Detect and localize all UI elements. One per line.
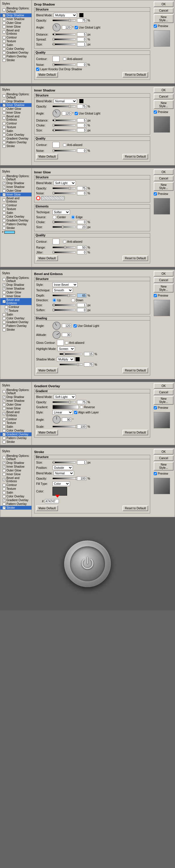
cb-bevel-emboss-5[interactable]: [3, 412, 5, 415]
checkbox-inner-glow[interactable]: [3, 25, 5, 28]
cb-contour-5[interactable]: [3, 418, 5, 421]
reverse-checkbox-5[interactable]: [80, 406, 83, 409]
sidebar-item-texture-5[interactable]: Texture: [0, 421, 31, 425]
sidebar-item-satin-2[interactable]: Satin: [0, 129, 31, 133]
sidebar-item-outer-glow-2[interactable]: Outer Glow: [0, 107, 31, 111]
size-field-4[interactable]: [77, 303, 86, 307]
color-picker-circle[interactable]: [36, 196, 40, 200]
soften-slider-4[interactable]: [53, 309, 76, 311]
sidebar-item-stroke-3[interactable]: Stroke: [0, 226, 31, 230]
noise-slider-2[interactable]: [53, 150, 76, 152]
sidebar-item-pattern-overlay[interactable]: Pattern Overlay: [0, 55, 31, 58]
range-field-3[interactable]: [77, 245, 86, 249]
soften-field-4[interactable]: [77, 308, 86, 312]
checkbox-stroke[interactable]: [3, 59, 5, 62]
contour-thumb-2[interactable]: [53, 142, 59, 148]
cb-inner-shadow-5[interactable]: [3, 400, 5, 402]
contour-thumb-3[interactable]: [53, 239, 59, 244]
cb-outer-glow-4[interactable]: [3, 291, 5, 294]
sidebar-item-inner-glow-6[interactable]: Inner Glow: [0, 472, 31, 476]
cb-contour-4[interactable]: [5, 306, 8, 309]
sidebar-item-contour-5[interactable]: Contour: [0, 417, 31, 421]
scale-field-5[interactable]: [77, 425, 86, 429]
sidebar-item-color-overlay-3[interactable]: Color Overlay: [0, 215, 31, 219]
sidebar-item-color-overlay-2[interactable]: Color Overlay: [0, 133, 31, 137]
reset-default-button-2[interactable]: Reset to Default: [122, 154, 148, 159]
cb-outer-glow-5[interactable]: [3, 403, 5, 406]
size-slider-2[interactable]: [53, 129, 76, 131]
scale-slider-5[interactable]: [53, 426, 76, 428]
reset-default-button-3[interactable]: Reset to Default: [122, 255, 148, 261]
sidebar-item-drop-shadow[interactable]: Drop Shadow: [0, 13, 31, 17]
ok-button-3[interactable]: OK: [154, 169, 174, 175]
preview-checkbox[interactable]: [154, 25, 157, 28]
sidebar-item-contour-4[interactable]: Contour: [0, 305, 31, 309]
make-default-button-2[interactable]: Make Default: [36, 154, 58, 159]
sidebar-item-pattern-overlay-5[interactable]: Pattern Overlay: [0, 436, 31, 440]
cb-contour-2[interactable]: [3, 122, 5, 125]
cb-satin-2[interactable]: [3, 130, 5, 132]
sidebar-item-texture-2[interactable]: Texture: [0, 125, 31, 129]
cb-drop-shadow-2[interactable]: [3, 100, 5, 103]
cb-pattern-overlay-3[interactable]: [3, 223, 5, 226]
depth-field-4[interactable]: [77, 293, 86, 298]
sidebar-item-stroke-5[interactable]: Stroke: [0, 440, 31, 444]
cb-color-overlay-3[interactable]: [3, 215, 5, 218]
cb-texture-5[interactable]: [3, 422, 5, 425]
cb-contour-6[interactable]: [3, 484, 5, 487]
ok-button-5[interactable]: OK: [154, 383, 174, 389]
sidebar-item-pattern-overlay-6[interactable]: Pattern Overlay: [0, 502, 31, 506]
size-field-2[interactable]: [77, 128, 86, 132]
noise-field[interactable]: [77, 63, 86, 67]
cb-satin-6[interactable]: [3, 491, 5, 494]
sidebar-item-outer-glow[interactable]: Outer Glow: [0, 21, 31, 25]
opacity-slider-3[interactable]: [53, 187, 76, 189]
choke-field-2[interactable]: [77, 123, 86, 127]
sidebar-item-inner-shadow-4[interactable]: Inner Shadow: [0, 287, 31, 290]
cb-drop-shadow-6[interactable]: [3, 462, 5, 464]
cb-blending-4[interactable]: [3, 278, 5, 281]
angle-field[interactable]: [62, 25, 71, 29]
altitude-wheel-4[interactable]: [53, 331, 61, 339]
sidebar-item-contour[interactable]: Contour: [0, 35, 31, 39]
cb-outer-glow-2[interactable]: [3, 107, 5, 111]
global-light-checkbox-2[interactable]: [75, 112, 78, 115]
cancel-button[interactable]: Cancel: [154, 8, 174, 13]
cb-gradient-overlay-2[interactable]: [3, 137, 5, 140]
cb-outer-glow-3[interactable]: [3, 189, 5, 192]
cb-texture-4[interactable]: [5, 309, 8, 312]
source-center-radio[interactable]: [53, 215, 56, 219]
sidebar-item-blending-5[interactable]: Blending Options: Default: [0, 388, 31, 395]
sidebar-item-texture-3[interactable]: Texture: [0, 207, 31, 211]
cb-inner-glow-5[interactable]: [3, 407, 5, 410]
cb-satin-3[interactable]: [3, 212, 5, 214]
choke-slider-2[interactable]: [53, 124, 76, 126]
sidebar-item-blending-3[interactable]: Blending Options: Default: [0, 174, 31, 181]
checkbox-gradient-overlay[interactable]: [3, 51, 5, 54]
opacity-slider-6[interactable]: [53, 477, 76, 479]
cb-blending-3[interactable]: [3, 176, 5, 179]
sidebar-item-bevel-emboss-5[interactable]: Bevel and Emboss: [0, 410, 31, 417]
dir-down-radio-4[interactable]: [71, 298, 75, 302]
sidebar-item-bevel-emboss-2[interactable]: Bevel and Emboss: [0, 115, 31, 122]
gradient-picker-5[interactable]: [53, 405, 79, 409]
sidebar-item-gradient-overlay-2[interactable]: Gradient Overlay: [0, 137, 31, 141]
sidebar-item-inner-glow[interactable]: Inner Glow: [0, 25, 31, 29]
opacity-slider-2[interactable]: [53, 105, 76, 107]
hex-field-6[interactable]: [45, 499, 59, 503]
blend-mode-select-6[interactable]: Normal: [54, 471, 74, 475]
sidebar-item-gradient-overlay-5[interactable]: Gradient Overlay: [0, 432, 31, 436]
cb-color-overlay-2[interactable]: [3, 133, 5, 136]
anti-aliased-checkbox-4[interactable]: [65, 341, 68, 344]
sidebar-item-color-overlay[interactable]: Color Overlay: [0, 47, 31, 51]
new-style-button-2[interactable]: New Style...: [154, 100, 174, 109]
sidebar-item-satin-6[interactable]: Satin: [0, 491, 31, 494]
cb-color-overlay-6[interactable]: [3, 495, 5, 498]
opacity-field[interactable]: [77, 18, 86, 23]
sidebar-item-blending[interactable]: Blending Options: Default: [0, 6, 31, 13]
preview-checkbox-2[interactable]: [154, 111, 157, 114]
sidebar-item-stroke-2[interactable]: Stroke: [0, 144, 31, 148]
highlight-opacity-slider-4[interactable]: [59, 353, 83, 355]
cb-color-overlay-5[interactable]: [3, 429, 5, 432]
make-default-button-6[interactable]: Make Default: [36, 505, 58, 511]
